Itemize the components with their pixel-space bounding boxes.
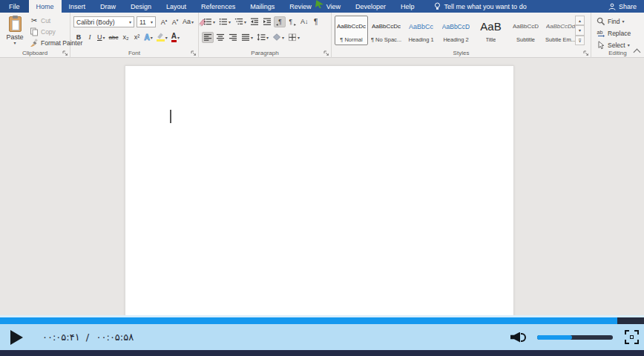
volume-icon[interactable] — [510, 331, 527, 344]
decrease-indent-button[interactable] — [249, 16, 260, 27]
chevron-down-icon: ▾ — [266, 36, 269, 40]
paste-clipboard-icon — [9, 16, 22, 32]
find-button[interactable]: Find▾ — [595, 16, 632, 27]
line-spacing-button[interactable]: ▾ — [255, 32, 270, 43]
show-paragraph-marks-button[interactable]: ¶ — [311, 16, 321, 27]
ribbon-tabs: FileHomeInsertDrawDesignLayoutReferences… — [0, 0, 422, 13]
text-highlight-button[interactable]: ▾ — [155, 32, 169, 43]
copy-icon — [30, 27, 39, 36]
volume-slider[interactable] — [537, 335, 613, 340]
italic-button[interactable]: I — [85, 32, 95, 43]
font-name-select[interactable]: Calibri (Body) ▾ — [73, 16, 134, 27]
styles-group-label: Styles — [332, 50, 591, 56]
player-bottom-strip — [0, 350, 644, 356]
document-page[interactable] — [125, 65, 514, 317]
styles-more-button[interactable]: ⊽ — [575, 36, 585, 45]
find-label: Find — [608, 18, 620, 25]
font-size-select[interactable]: 11 ▾ — [137, 16, 156, 27]
editing-commands: Find▾abReplaceSelect▾ — [595, 16, 632, 50]
styles-group: AaBbCcDc¶ NormalAaBbCcDc¶ No Spac...AaBb… — [332, 13, 591, 58]
select-icon — [597, 41, 605, 50]
style-subtitle[interactable]: AaBbCcDSubtitle — [509, 16, 542, 45]
chevron-down-icon: ▾ — [282, 36, 284, 40]
svg-text:ab: ab — [597, 30, 603, 35]
font-size-value: 11 — [139, 19, 148, 26]
styles-dialog-launcher[interactable] — [583, 50, 589, 56]
ltr-text-direction-button[interactable]: ¶ — [274, 16, 286, 27]
select-button[interactable]: Select▾ — [595, 40, 632, 50]
borders-button[interactable]: ▾ — [286, 32, 301, 43]
document-workspace — [0, 58, 644, 317]
seek-bar[interactable] — [0, 317, 644, 324]
style-normal[interactable]: AaBbCcDc¶ Normal — [335, 16, 368, 45]
chevron-down-icon: ▾ — [213, 20, 215, 24]
seek-bar-progress — [0, 317, 617, 324]
superscript-button[interactable]: x² — [131, 32, 142, 43]
font-dialog-launcher[interactable] — [191, 50, 197, 56]
tab-references[interactable]: References — [194, 0, 243, 13]
paste-button[interactable]: Paste ▾ — [3, 16, 27, 54]
clipboard-group: Paste ▾ ✂CutCopyFormat Painter Clipboard — [0, 13, 70, 58]
tab-insert[interactable]: Insert — [62, 0, 93, 13]
replace-button[interactable]: abReplace — [595, 28, 632, 39]
tell-me-label: Tell me what you want to do — [444, 3, 527, 10]
increase-indent-button[interactable] — [261, 16, 273, 27]
style-label: Subtle Em... — [545, 36, 576, 43]
justify-button[interactable]: ▾ — [240, 32, 254, 43]
style-preview: AaBbCcDd — [546, 16, 576, 36]
chevron-down-icon: ▾ — [13, 41, 16, 45]
tab-mailings[interactable]: Mailings — [243, 0, 282, 13]
ribbon: Paste ▾ ✂CutCopyFormat Painter Clipboard… — [0, 13, 644, 58]
find-icon — [597, 17, 605, 26]
strikethrough-button[interactable]: abc — [108, 32, 120, 43]
tab-developer[interactable]: Developer — [348, 0, 393, 13]
chevron-down-icon: ▾ — [244, 20, 246, 24]
bold-button[interactable]: B — [73, 32, 84, 43]
styles-scroll-down-button[interactable]: ▾ — [575, 25, 585, 35]
subscript-button[interactable]: x₂ — [120, 32, 131, 43]
font-group-label: Font — [70, 50, 198, 56]
styles-scroll-up-button[interactable]: ▴ — [575, 16, 585, 25]
underline-button[interactable]: U▾ — [96, 32, 107, 43]
style-heading-1[interactable]: AaBbCcHeading 1 — [404, 16, 438, 45]
clipboard-dialog-launcher[interactable] — [62, 50, 68, 56]
numbering-button[interactable]: ▾ — [217, 16, 232, 27]
share-button[interactable]: Share — [608, 0, 644, 13]
rtl-text-direction-button[interactable]: ¶ — [286, 16, 298, 27]
style-heading-2[interactable]: AaBbCcDHeading 2 — [439, 16, 473, 45]
tab-layout[interactable]: Layout — [159, 0, 194, 13]
tab-file[interactable]: File — [0, 0, 29, 13]
font-color-button[interactable]: A▾ — [170, 32, 181, 43]
format-painter-icon — [30, 39, 39, 47]
align-center-button[interactable] — [214, 32, 226, 43]
grow-font-button[interactable]: A▴ — [159, 16, 169, 27]
fullscreen-button[interactable] — [625, 330, 639, 344]
tab-design[interactable]: Design — [123, 0, 159, 13]
titlebar-spacer — [527, 0, 608, 13]
align-left-button[interactable] — [202, 32, 214, 43]
text-effects-button[interactable]: A▾ — [142, 32, 154, 43]
style-label: ¶ Normal — [340, 36, 362, 43]
style-subtle-emphasis[interactable]: AaBbCcDdSubtle Em... — [544, 16, 577, 45]
style-no-spacing[interactable]: AaBbCcDc¶ No Spac... — [369, 16, 403, 45]
tell-me-box[interactable]: Tell me what you want to do — [434, 0, 527, 13]
shading-button[interactable]: ▾ — [271, 32, 286, 43]
chevron-down-icon: ▾ — [177, 36, 180, 40]
play-button[interactable] — [10, 330, 23, 345]
sort-button[interactable]: A↓ — [299, 16, 310, 27]
volume-level — [537, 335, 572, 340]
tab-home[interactable]: Home — [29, 0, 62, 13]
tab-view[interactable]: View — [319, 0, 348, 13]
bullets-button[interactable]: ▾ — [202, 16, 217, 27]
style-title[interactable]: AaBTitle — [474, 16, 507, 45]
align-right-button[interactable] — [227, 32, 239, 43]
tab-review[interactable]: Review — [282, 0, 319, 13]
style-preview: AaB — [480, 16, 501, 36]
change-case-button[interactable]: Aa▾ — [181, 16, 195, 27]
shrink-font-button[interactable]: A▾ — [170, 16, 180, 27]
paragraph-dialog-launcher[interactable] — [323, 50, 329, 56]
style-label: Heading 2 — [443, 36, 468, 43]
tab-draw[interactable]: Draw — [93, 0, 123, 13]
multilevel-list-button[interactable]: ▾ — [233, 16, 248, 27]
tab-help[interactable]: Help — [393, 0, 422, 13]
